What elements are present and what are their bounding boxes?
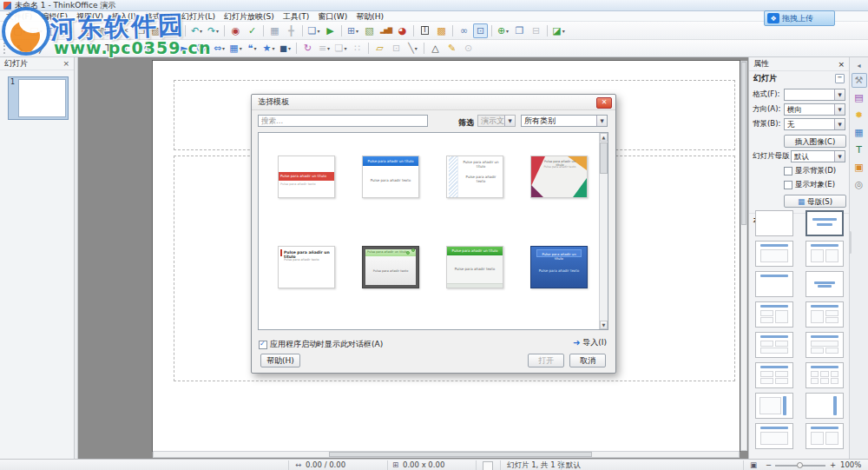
menu-item-0[interactable]: 文件(F) <box>2 11 36 22</box>
template-list-scrollbar[interactable]: ▲ ▼ <box>599 133 608 329</box>
chevron-down-icon[interactable]: ▼ <box>834 104 845 115</box>
new-slide-button[interactable]: ⊕▾ <box>496 23 510 38</box>
callouts-button[interactable]: ❝▾ <box>245 41 260 56</box>
fit-slide-icon[interactable]: ▣ <box>750 460 757 470</box>
navigator-tab[interactable]: ◎ <box>852 177 867 192</box>
template-list-scrollbar-thumb[interactable] <box>600 142 608 174</box>
filter-button[interactable]: ╲▾ <box>405 41 420 56</box>
chevron-down-icon[interactable]: ▼ <box>834 151 845 162</box>
properties-tab[interactable]: ⚒ <box>852 73 867 88</box>
crop-button[interactable]: ⊡ <box>389 41 404 56</box>
dialog-titlebar[interactable]: 选择模板 <box>252 95 615 110</box>
background-select[interactable]: 无 ▼ <box>784 118 845 130</box>
paste-button[interactable]: ▨▾ <box>150 23 165 38</box>
save-button[interactable]: ◫▾ <box>45 23 60 38</box>
text-button[interactable]: T <box>101 41 115 56</box>
spelling-button[interactable]: ✓ <box>245 23 260 38</box>
table-button[interactable]: ⊞▾ <box>345 23 360 38</box>
duplicate-slide-button[interactable]: ❐ <box>512 23 527 38</box>
layout-option-title-only[interactable] <box>755 271 793 297</box>
layout-option-title-2content[interactable] <box>806 241 844 267</box>
slide-thumbnail[interactable]: 1 <box>8 76 69 120</box>
rotate-button[interactable]: ↻ <box>300 41 315 56</box>
print-button[interactable]: ▥ <box>95 23 109 38</box>
vertical-scrollbar[interactable] <box>740 61 747 451</box>
3d-objects-button[interactable]: ◼▾ <box>278 41 293 56</box>
menu-item-3[interactable]: 插入(I) <box>108 11 141 22</box>
checkbox-icon[interactable] <box>784 167 792 175</box>
shadow-button[interactable]: ▱ <box>372 41 387 56</box>
text-box-button[interactable]: T <box>418 23 432 38</box>
horizontal-scrollbar-thumb[interactable] <box>329 452 592 457</box>
layout-option-title-subtitle[interactable] <box>806 210 844 236</box>
menu-item-8[interactable]: 窗口(W) <box>313 11 352 22</box>
helplines-button[interactable]: ╋ <box>284 23 299 38</box>
animation-tab[interactable]: ✹ <box>852 108 867 122</box>
polygon-button[interactable]: △ <box>428 41 443 56</box>
zoom-out-button[interactable]: − <box>766 460 772 470</box>
line-button[interactable]: ╱ <box>35 41 49 56</box>
edit-points-button[interactable]: ✎ <box>444 41 459 56</box>
template-thumbnail-dna[interactable]: Pulse para añadir un títuloPulse para añ… <box>446 156 503 198</box>
distribute-button[interactable]: ∷ <box>350 41 365 56</box>
checkbox-icon[interactable] <box>784 181 792 189</box>
properties-close-icon[interactable]: × <box>838 60 845 69</box>
basic-shapes-button[interactable]: ►▾ <box>179 41 194 56</box>
scroll-down-icon[interactable]: ▼ <box>600 321 608 329</box>
chevron-down-icon[interactable]: ▼ <box>596 116 607 126</box>
stars-button[interactable]: ★▾ <box>261 41 276 56</box>
image-button[interactable]: ▧ <box>362 23 377 38</box>
gallery-tab[interactable]: ▣ <box>852 160 867 175</box>
vertical-text-button[interactable]: ¶ <box>117 41 132 56</box>
grid-button[interactable]: ▦ <box>267 23 282 38</box>
help-button[interactable]: 帮助(H) <box>260 354 300 367</box>
connector-button[interactable]: ⌒ <box>156 41 171 56</box>
layout-option-vertical-title-text[interactable] <box>755 393 793 419</box>
master-slides-tab[interactable]: ▦ <box>852 125 867 140</box>
new-document-button[interactable]: ▢▾ <box>12 23 27 38</box>
layout-option-title-4content[interactable] <box>755 362 793 388</box>
clone-formatting-button[interactable]: ✐ <box>167 23 181 38</box>
template-thumbnail-corners[interactable]: Pulse para añadir un títuloPulse para añ… <box>530 156 588 198</box>
layout-option-title-2content-content[interactable] <box>755 301 793 328</box>
line-arrow-button[interactable]: ↗ <box>51 41 66 56</box>
menu-item-6[interactable]: 幻灯片放映(S) <box>220 11 279 22</box>
template-thumbnail-frame[interactable]: Pulse para añadir un títuloPulse para añ… <box>362 246 419 288</box>
chevron-down-icon[interactable]: ▼ <box>834 119 845 129</box>
align-button[interactable]: ≡▾ <box>317 41 332 56</box>
zoom-slider-thumb[interactable] <box>797 462 803 468</box>
startup-checkbox[interactable]: 应用程序启动时显示此对话框(A) <box>259 339 383 350</box>
find-replace-button[interactable]: ◉ <box>228 23 243 38</box>
menu-item-7[interactable]: 工具(T) <box>279 11 314 22</box>
export-pdf-button[interactable]: ▤ <box>78 23 93 38</box>
import-button[interactable]: ➜ 导入(I) <box>573 337 607 348</box>
menu-item-2[interactable]: 视图(V) <box>72 11 108 22</box>
email-button[interactable]: ✉ <box>62 23 76 38</box>
template-thumbnail-blue-full[interactable]: Pulse para añadir un títuloPulse para añ… <box>530 246 588 288</box>
cancel-button[interactable]: 取消 <box>569 354 606 367</box>
search-input[interactable] <box>258 115 428 127</box>
scroll-up-icon[interactable]: ▲ <box>600 133 608 142</box>
open-button[interactable]: ◱▾ <box>29 23 43 38</box>
hyperlink-button[interactable]: ∞ <box>457 23 471 38</box>
curve-button[interactable]: ∿ <box>140 41 155 56</box>
menu-item-9[interactable]: 帮助(H) <box>352 11 388 22</box>
category-select[interactable]: 所有类别 ▼ <box>521 115 608 127</box>
drag-upload-button[interactable]: ❖ 拖拽上传 <box>764 10 835 26</box>
slide-panel-close-icon[interactable]: × <box>62 59 69 68</box>
undo-button[interactable]: ↶▾ <box>189 23 204 38</box>
styles-tab[interactable]: ▤ <box>852 90 867 105</box>
flowchart-button[interactable]: ▦▾ <box>228 41 243 56</box>
collapse-icon[interactable]: − <box>835 74 845 83</box>
layout-option-vertical-content[interactable] <box>806 393 844 419</box>
layout-option-centered-text[interactable] <box>806 271 844 297</box>
master-button[interactable]: ▦母版(S) <box>784 195 846 208</box>
dialog-close-button[interactable]: ✕ <box>596 97 612 109</box>
master-select[interactable]: 默认 ▼ <box>791 150 845 162</box>
toolbar-grip[interactable] <box>3 43 8 54</box>
layout-option-title-6content[interactable] <box>806 362 844 388</box>
symbol-shapes-button[interactable]: ☺▾ <box>195 41 210 56</box>
arrange-button[interactable]: ❏▾ <box>333 41 348 56</box>
display-views-button[interactable]: ❏▾ <box>306 23 321 38</box>
start-slideshow-button[interactable]: ▶ <box>323 23 338 38</box>
